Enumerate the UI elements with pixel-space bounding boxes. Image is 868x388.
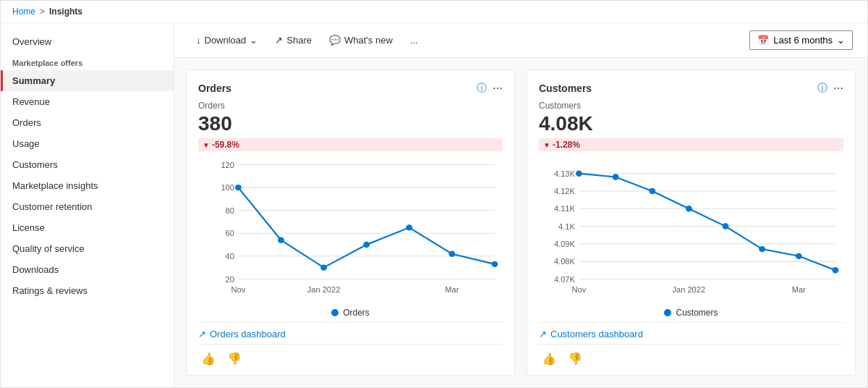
toolbar: ↓ Download ⌄ ↗ Share 💬 What's new ...: [174, 23, 867, 58]
svg-text:4.1K: 4.1K: [558, 222, 576, 231]
sidebar-item-marketplace-insights[interactable]: Marketplace insights: [1, 175, 174, 196]
share-button[interactable]: ↗ Share: [268, 31, 319, 49]
change-arrow-icon-orders: ▼: [203, 141, 210, 149]
svg-point-42: [686, 206, 692, 211]
sidebar-item-revenue[interactable]: Revenue: [1, 91, 174, 112]
metric-change-customers: ▼ -1.28%: [539, 138, 843, 151]
svg-text:40: 40: [226, 252, 234, 261]
date-filter-button[interactable]: 📅 Last 6 months ⌄: [749, 30, 853, 50]
svg-text:Mar: Mar: [445, 286, 459, 295]
svg-point-16: [278, 237, 284, 243]
breadcrumb-home[interactable]: Home: [12, 7, 35, 17]
change-arrow-icon-customers: ▼: [543, 141, 550, 149]
chart-area-orders: 12010080604020NovJan 2022Mar: [198, 157, 503, 302]
svg-text:4.09K: 4.09K: [554, 240, 576, 248]
sidebar-item-license[interactable]: License: [1, 217, 174, 238]
chart-footer-orders: Orders ↗ Orders dashboard 👍 👎: [198, 308, 503, 367]
dashboard-link-customers[interactable]: ↗ Customers dashboard: [539, 322, 843, 340]
cards-container: Orders ⓘ ⋯ Orders 380 ▼ -59.8% 120100806…: [174, 58, 867, 387]
change-value-orders: -59.8%: [212, 140, 239, 150]
svg-point-41: [649, 188, 655, 194]
svg-point-44: [759, 246, 765, 252]
card-title-customers: Customers: [539, 83, 592, 94]
sidebar-item-usage[interactable]: Usage: [1, 133, 174, 154]
svg-text:4.12K: 4.12K: [554, 187, 576, 195]
chart-legend-orders: Orders: [198, 308, 503, 318]
thumbs-up-button-orders[interactable]: 👍: [198, 350, 218, 367]
sidebar-item-customers[interactable]: Customers: [1, 154, 174, 175]
content-area: ↓ Download ⌄ ↗ Share 💬 What's new ...: [174, 23, 867, 387]
download-chevron-icon: ⌄: [250, 35, 258, 46]
calendar-icon: 📅: [757, 35, 769, 46]
download-button[interactable]: ↓ Download ⌄: [189, 31, 265, 49]
card-actions-customers: ⓘ ⋯: [817, 82, 843, 95]
metric-value-orders: 380: [198, 112, 503, 135]
card-orders: Orders ⓘ ⋯ Orders 380 ▼ -59.8% 120100806…: [186, 69, 515, 376]
svg-point-45: [796, 253, 802, 259]
more-icon-orders[interactable]: ⋯: [493, 83, 503, 94]
sidebar-item-overview[interactable]: Overview: [1, 32, 174, 51]
svg-point-39: [576, 170, 582, 176]
legend-dot-orders: [331, 309, 339, 316]
more-button[interactable]: ...: [403, 31, 425, 49]
card-header-customers: Customers ⓘ ⋯: [539, 82, 843, 95]
change-value-customers: -1.28%: [553, 140, 580, 150]
svg-text:Jan 2022: Jan 2022: [673, 286, 706, 295]
svg-point-21: [491, 261, 498, 267]
svg-point-43: [723, 223, 729, 229]
svg-point-40: [613, 174, 619, 180]
chart-area-customers: 4.13K4.12K4.11K4.1K4.09K4.08K4.07KNovJan…: [539, 157, 843, 302]
sidebar-item-downloads[interactable]: Downloads: [1, 259, 174, 280]
metric-label-orders: Orders: [198, 101, 503, 111]
svg-text:Nov: Nov: [572, 286, 587, 295]
sidebar-item-customer-retention[interactable]: Customer retention: [1, 196, 174, 217]
svg-text:Mar: Mar: [792, 286, 806, 295]
chart-svg-orders: 12010080604020NovJan 2022Mar: [198, 157, 503, 302]
card-feedback-customers: 👍 👎: [539, 344, 843, 367]
svg-text:4.13K: 4.13K: [554, 169, 576, 178]
trend-icon-orders: ↗: [198, 329, 206, 340]
sidebar-section-label: Marketplace offers: [1, 51, 174, 70]
svg-text:Nov: Nov: [231, 286, 246, 295]
svg-point-17: [320, 264, 327, 270]
card-actions-orders: ⓘ ⋯: [477, 82, 503, 95]
card-customers: Customers ⓘ ⋯ Customers 4.08K ▼ -1.28% 4…: [527, 69, 856, 376]
metric-label-customers: Customers: [539, 101, 843, 111]
card-title-orders: Orders: [198, 83, 231, 94]
svg-text:4.11K: 4.11K: [554, 205, 576, 214]
legend-dot-customers: [664, 309, 671, 316]
share-icon: ↗: [275, 35, 283, 46]
info-icon-orders[interactable]: ⓘ: [477, 82, 487, 95]
sidebar-item-orders[interactable]: Orders: [1, 112, 174, 133]
svg-point-18: [363, 242, 370, 248]
card-feedback-orders: 👍 👎: [198, 344, 503, 367]
chart-footer-customers: Customers ↗ Customers dashboard 👍 👎: [539, 308, 843, 367]
sidebar-item-summary[interactable]: Summary: [1, 70, 174, 91]
sidebar-item-quality-of-service[interactable]: Quality of service: [1, 238, 174, 259]
svg-point-20: [448, 250, 455, 256]
whats-new-icon: 💬: [329, 35, 341, 46]
svg-point-19: [406, 224, 412, 230]
svg-text:60: 60: [226, 229, 234, 238]
dashboard-link-orders[interactable]: ↗ Orders dashboard: [198, 322, 503, 340]
breadcrumb: Home > Insights: [1, 1, 867, 23]
more-icon-customers[interactable]: ⋯: [833, 83, 843, 94]
sidebar: Overview Marketplace offers SummaryReven…: [1, 23, 174, 387]
thumbs-up-button-customers[interactable]: 👍: [539, 350, 559, 367]
download-icon: ↓: [196, 35, 201, 46]
chart-legend-customers: Customers: [539, 308, 843, 318]
svg-point-15: [235, 185, 242, 190]
svg-text:4.07K: 4.07K: [554, 275, 576, 284]
sidebar-item-ratings-reviews[interactable]: Ratings & reviews: [1, 280, 174, 301]
whats-new-button[interactable]: 💬 What's new: [322, 31, 400, 49]
chart-svg-customers: 4.13K4.12K4.11K4.1K4.09K4.08K4.07KNovJan…: [539, 157, 843, 302]
thumbs-down-button-orders[interactable]: 👎: [224, 350, 244, 367]
trend-icon-customers: ↗: [539, 329, 547, 340]
svg-text:120: 120: [221, 161, 234, 169]
info-icon-customers[interactable]: ⓘ: [817, 82, 827, 95]
thumbs-down-button-customers[interactable]: 👎: [565, 350, 585, 367]
breadcrumb-current: Insights: [49, 7, 82, 17]
metric-change-orders: ▼ -59.8%: [198, 138, 503, 151]
legend-label-orders: Orders: [343, 308, 370, 318]
svg-text:100: 100: [221, 184, 234, 193]
